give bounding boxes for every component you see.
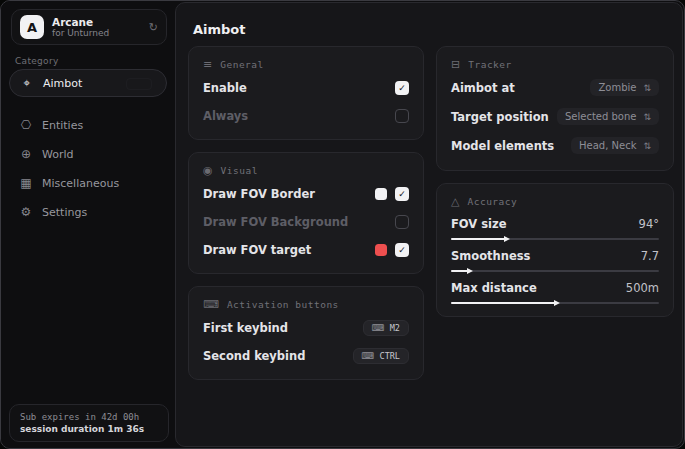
always-checkbox[interactable]: [395, 109, 409, 123]
sidebar-item-entities[interactable]: ⎔ Entities: [9, 111, 167, 139]
entities-icon: ⎔: [19, 118, 33, 132]
activation-panel: ⌨ Activation buttons First keybind ⌨ M2 …: [188, 286, 424, 380]
panel-title: Visual: [221, 165, 258, 176]
triangle-icon: △: [451, 195, 459, 208]
max-distance-slider-group: Max distance 500m: [451, 279, 659, 304]
app-window: A Arcane for Unturned ↻ Category ⌖ Aimbo…: [0, 0, 685, 449]
category-label: Category: [15, 56, 59, 66]
unfold-icon: ⇅: [643, 112, 651, 122]
subscription-card: Sub expires in 42d 00h session duration …: [9, 404, 169, 442]
visual-panel: ◉ Visual Draw FOV Border ✓ Draw FOV Back…: [188, 152, 424, 274]
model-elements-dropdown[interactable]: Head, Neck ⇅: [571, 137, 659, 154]
setting-row-aimbot-at: Aimbot at Zombie ⇅: [451, 75, 659, 100]
tracker-panel: ⊟ Tracker Aimbot at Zombie ⇅ Target posi…: [436, 46, 674, 171]
sidebar: A Arcane for Unturned ↻ Category ⌖ Aimbo…: [1, 1, 175, 448]
setting-row-model-elements: Model elements Head, Neck ⇅: [451, 133, 659, 158]
unfold-icon: ⇅: [643, 83, 651, 93]
grid-icon: ▦: [19, 176, 33, 190]
setting-row-fov-border: Draw FOV Border ✓: [203, 183, 409, 205]
main-panel: Aimbot ≡ General Enable ✓ Always: [175, 2, 683, 447]
slider-thumb[interactable]: [554, 300, 560, 306]
fov-size-slider[interactable]: [451, 238, 659, 240]
sidebar-item-label: Settings: [42, 206, 87, 219]
brand-card: A Arcane for Unturned ↻: [11, 9, 167, 45]
brand-name: Arcane: [52, 16, 141, 28]
fov-background-checkbox[interactable]: [395, 215, 409, 229]
crosshair-icon: ⌖: [20, 76, 34, 90]
keyboard-icon: ⌨: [203, 298, 219, 311]
sidebar-item-label: Entities: [42, 119, 83, 132]
sidebar-item-world[interactable]: ⊕ World: [9, 140, 167, 168]
gear-icon: ⚙: [19, 205, 33, 219]
slider-thumb[interactable]: [504, 236, 510, 242]
smoothness-slider-group: Smoothness 7.7: [451, 247, 659, 272]
sliders-icon: ≡: [203, 58, 212, 71]
unfold-icon: ⇅: [643, 141, 651, 151]
max-distance-value: 500m: [626, 281, 659, 295]
fov-border-checkbox[interactable]: ✓: [395, 187, 409, 201]
setting-row-second-keybind: Second keybind ⌨ CTRL: [203, 345, 409, 367]
sidebar-item-aimbot[interactable]: ⌖ Aimbot: [9, 69, 167, 97]
sidebar-item-label: World: [42, 148, 74, 161]
right-column: ⊟ Tracker Aimbot at Zombie ⇅ Target posi…: [436, 46, 674, 317]
globe-icon: ⊕: [19, 147, 33, 161]
slider-thumb[interactable]: [467, 268, 473, 274]
setting-row-always: Always: [203, 105, 409, 127]
keyboard-icon: ⌨: [362, 351, 375, 361]
page-title: Aimbot: [193, 22, 246, 37]
panel-title: Accuracy: [467, 196, 517, 207]
smoothness-slider[interactable]: [451, 270, 659, 272]
fov-target-checkbox[interactable]: ✓: [395, 243, 409, 257]
sidebar-item-label: Miscellaneous: [42, 177, 119, 190]
fov-size-value: 94°: [639, 217, 659, 231]
sidebar-nav: ⌖ Aimbot ⎔ Entities ⊕ World ▦ Miscellane…: [1, 69, 175, 227]
enable-checkbox[interactable]: ✓: [395, 81, 409, 95]
brand-logo: A: [20, 15, 44, 39]
first-keybind-button[interactable]: ⌨ M2: [363, 320, 409, 336]
second-keybind-button[interactable]: ⌨ CTRL: [353, 348, 409, 364]
fov-target-color-swatch[interactable]: [375, 244, 387, 256]
sidebar-item-settings[interactable]: ⚙ Settings: [9, 198, 167, 226]
sidebar-item-miscellaneous[interactable]: ▦ Miscellaneous: [9, 169, 167, 197]
setting-row-fov-background: Draw FOV Background: [203, 211, 409, 233]
scan-icon: ⊟: [451, 58, 460, 71]
sidebar-item-label: Aimbot: [43, 77, 82, 90]
eye-icon: ◉: [203, 164, 213, 177]
aimbot-at-dropdown[interactable]: Zombie ⇅: [590, 79, 659, 96]
setting-row-enable: Enable ✓: [203, 77, 409, 99]
session-duration-text: session duration 1m 36s: [20, 424, 158, 434]
setting-row-fov-target: Draw FOV target ✓: [203, 239, 409, 261]
max-distance-slider[interactable]: [451, 302, 659, 304]
panel-title: Activation buttons: [227, 299, 339, 310]
sync-icon[interactable]: ↻: [149, 21, 158, 34]
general-panel: ≡ General Enable ✓ Always: [188, 46, 424, 140]
accuracy-panel: △ Accuracy FOV size 94°: [436, 183, 674, 317]
fov-border-color-swatch[interactable]: [375, 188, 387, 200]
brand-subtitle: for Unturned: [52, 28, 141, 38]
left-column: ≡ General Enable ✓ Always ◉ Visual: [188, 46, 424, 380]
panel-title: General: [220, 59, 264, 70]
setting-row-target-position: Target position Selected bone ⇅: [451, 104, 659, 129]
aimbot-item-ghost-badge: [126, 78, 152, 90]
fov-size-slider-group: FOV size 94°: [451, 215, 659, 240]
smoothness-value: 7.7: [641, 249, 659, 263]
keyboard-icon: ⌨: [372, 323, 385, 333]
panel-title: Tracker: [468, 59, 512, 70]
setting-row-first-keybind: First keybind ⌨ M2: [203, 317, 409, 339]
sub-expiry-text: Sub expires in 42d 00h: [20, 412, 158, 422]
target-position-dropdown[interactable]: Selected bone ⇅: [557, 108, 659, 125]
